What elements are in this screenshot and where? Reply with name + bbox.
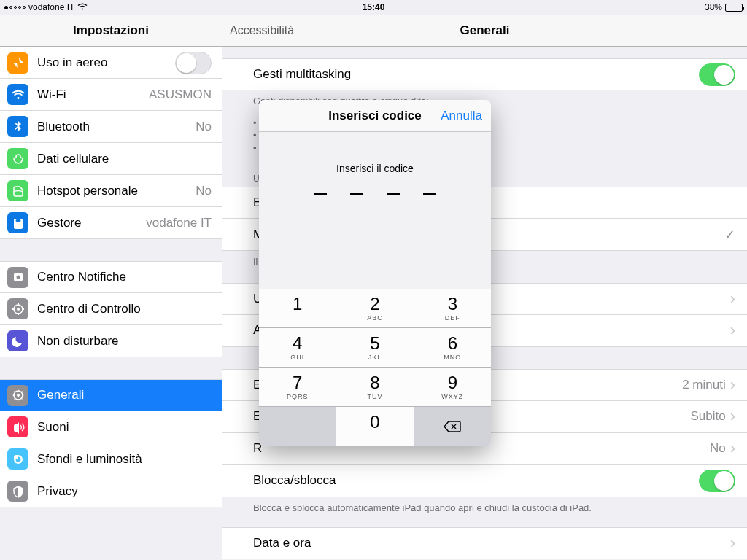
- sidebar-item-1[interactable]: Wi-FiASUSMON: [0, 79, 222, 111]
- passcode-modal: Inserisci codice Annulla Inserisci il co…: [259, 100, 491, 446]
- keypad-key-8[interactable]: 8TUV: [336, 368, 414, 407]
- svg-point-3: [17, 308, 20, 311]
- row-data-ora[interactable]: Data e ora›: [222, 527, 747, 559]
- row-gesti-multitasking[interactable]: Gesti multitasking: [222, 58, 747, 90]
- sidebar-icon: [7, 481, 28, 502]
- sidebar-icon: [7, 416, 28, 438]
- passcode-dashes: [259, 193, 491, 195]
- keypad-key-1[interactable]: 1: [259, 289, 336, 328]
- svg-rect-7: [22, 308, 24, 310]
- settings-sidebar: Impostazioni Uso in aereoWi-FiASUSMONBlu…: [0, 15, 222, 560]
- svg-rect-4: [18, 303, 19, 306]
- sidebar-icon: [7, 116, 28, 137]
- sidebar-switch[interactable]: [175, 52, 212, 74]
- battery-percent: 38%: [705, 2, 722, 12]
- sidebar-item-label: Centro Notifiche: [37, 270, 212, 284]
- sidebar-icon: [7, 267, 28, 288]
- sidebar-icon: [7, 298, 28, 319]
- sidebar-item-label: Non disturbare: [37, 334, 212, 349]
- sidebar-icon: [7, 330, 28, 351]
- chevron-right-icon: ›: [730, 289, 735, 308]
- sidebar-item-label: Wi-Fi: [37, 88, 143, 102]
- keypad-backspace[interactable]: [414, 407, 491, 446]
- svg-rect-5: [18, 313, 19, 315]
- sidebar-item-label: Uso in aereo: [37, 55, 175, 70]
- svg-point-9: [17, 394, 20, 397]
- blocca-description: Blocca e sblocca automaticamente iPad qu…: [222, 497, 747, 524]
- chevron-right-icon: ›: [730, 439, 735, 458]
- sidebar-item-9[interactable]: Generali: [0, 379, 222, 411]
- check-icon: ✓: [724, 227, 735, 243]
- sidebar-item-2[interactable]: BluetoothNo: [0, 111, 222, 143]
- sidebar-icon: [7, 212, 28, 233]
- sidebar-item-0[interactable]: Uso in aereo: [0, 47, 222, 79]
- keypad-key-0[interactable]: 0: [336, 407, 414, 446]
- sidebar-item-label: Privacy: [37, 484, 212, 499]
- cancel-button[interactable]: Annulla: [441, 109, 482, 123]
- sidebar-item-label: Suoni: [37, 420, 212, 435]
- sidebar-item-label: Gestore: [37, 216, 140, 230]
- sidebar-icon: [7, 180, 28, 201]
- sidebar-item-label: Dati cellulare: [37, 152, 212, 166]
- sidebar-item-12[interactable]: Privacy: [0, 475, 222, 508]
- gesti-switch[interactable]: [699, 63, 735, 86]
- chevron-right-icon: ›: [730, 534, 735, 553]
- sidebar-icon: [7, 148, 28, 169]
- chevron-right-icon: ›: [730, 407, 735, 426]
- sidebar-icon: [7, 385, 28, 406]
- keypad-key-9[interactable]: 9WXYZ: [414, 368, 491, 407]
- sidebar-item-value: ASUSMON: [149, 88, 212, 102]
- sidebar-item-label: Sfondi e luminosità: [37, 452, 212, 467]
- sidebar-item-3[interactable]: Dati cellulare: [0, 143, 222, 175]
- sidebar-item-10[interactable]: Suoni: [0, 411, 222, 443]
- clock-time: 15:40: [363, 2, 385, 12]
- svg-rect-6: [12, 308, 15, 310]
- chevron-right-icon: ›: [730, 376, 735, 394]
- svg-point-1: [16, 276, 20, 279]
- keypad-key-4[interactable]: 4GHI: [259, 328, 336, 368]
- row-blocca-sblocca[interactable]: Blocca/sblocca: [222, 465, 747, 497]
- sidebar-item-value: No: [196, 184, 212, 198]
- modal-title: Inserisci codice: [328, 109, 422, 123]
- detail-title: Generali: [460, 23, 509, 38]
- sidebar-item-label: Centro di Controllo: [37, 302, 212, 316]
- wifi-icon: [77, 2, 88, 12]
- battery-icon: [725, 4, 743, 12]
- svg-point-12: [14, 455, 18, 459]
- sidebar-item-7[interactable]: Centro di Controllo: [0, 293, 222, 325]
- cell-signal-icon: [4, 6, 26, 9]
- sidebar-icon: [7, 84, 28, 105]
- sidebar-item-label: Bluetooth: [37, 120, 190, 134]
- keypad-key-2[interactable]: 2ABC: [336, 289, 414, 328]
- sidebar-icon: [7, 448, 28, 470]
- keypad-key-6[interactable]: 6MNO: [414, 328, 491, 368]
- chevron-right-icon: ›: [730, 321, 735, 340]
- sidebar-item-5[interactable]: Gestorevodafone IT: [0, 207, 222, 239]
- sidebar-item-6[interactable]: Centro Notifiche: [0, 261, 222, 293]
- sidebar-item-label: Hotspot personale: [37, 184, 190, 198]
- keypad-key-3[interactable]: 3DEF: [414, 289, 491, 328]
- keypad-key-7[interactable]: 7PQRS: [259, 368, 336, 407]
- back-button[interactable]: Accessibilità: [230, 24, 294, 37]
- detail-navbar: Accessibilità Generali: [222, 15, 747, 47]
- sidebar-item-11[interactable]: Sfondi e luminosità: [0, 443, 222, 475]
- keypad-key-5[interactable]: 5JKL: [336, 328, 414, 368]
- sidebar-item-label: Generali: [37, 388, 212, 402]
- sidebar-item-value: No: [196, 120, 212, 134]
- sidebar-item-value: vodafone IT: [146, 216, 212, 230]
- numeric-keypad: 12ABC3DEF4GHI5JKL6MNO7PQRS8TUV9WXYZ0: [259, 289, 491, 446]
- blocca-switch[interactable]: [699, 470, 735, 492]
- sidebar-item-8[interactable]: Non disturbare: [0, 325, 222, 357]
- status-bar: vodafone IT 15:40 38%: [0, 0, 747, 15]
- keypad-blank: [259, 407, 336, 446]
- sidebar-icon: [7, 52, 28, 74]
- sidebar-title: Impostazioni: [0, 15, 222, 47]
- sidebar-item-4[interactable]: Hotspot personaleNo: [0, 175, 222, 207]
- carrier-label: vodafone IT: [28, 2, 74, 12]
- modal-prompt: Inserisci il codice: [259, 163, 491, 174]
